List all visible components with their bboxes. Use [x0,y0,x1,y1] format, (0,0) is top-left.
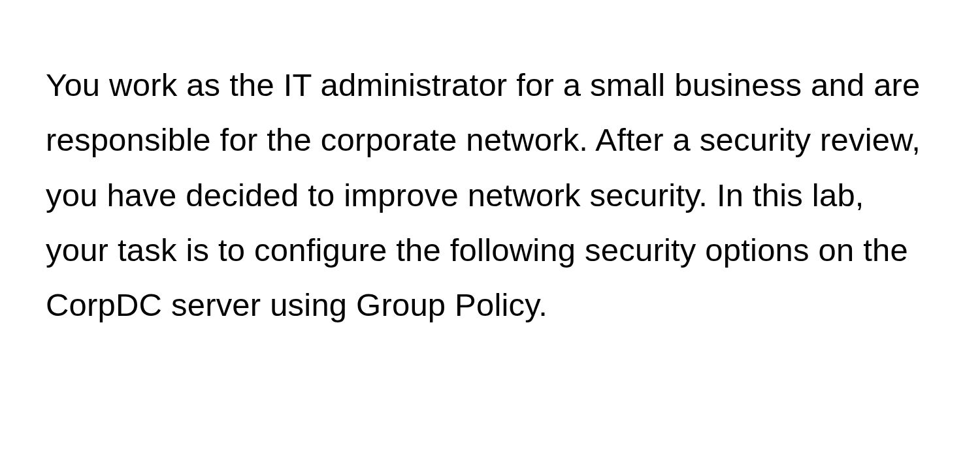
instruction-paragraph: You work as the IT administrator for a s… [46,57,934,332]
